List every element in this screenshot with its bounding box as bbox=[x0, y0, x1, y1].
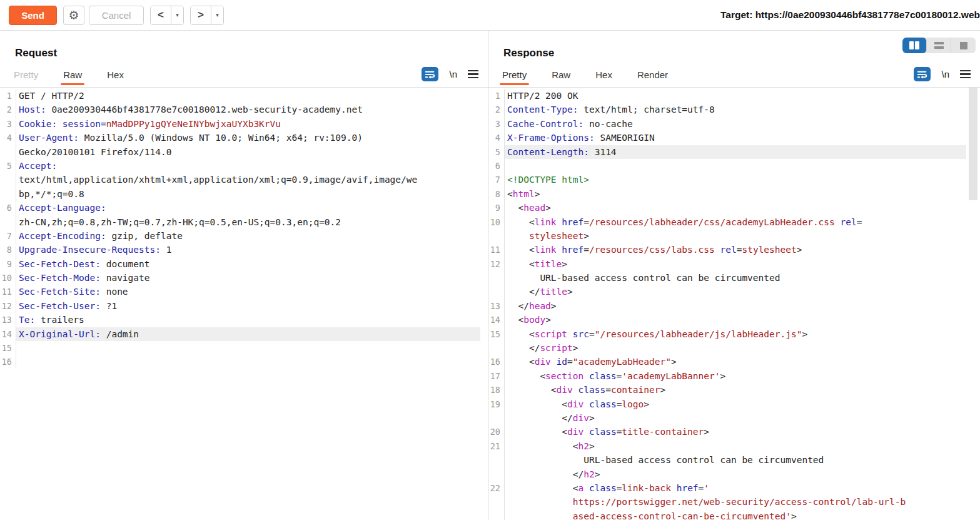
newline-toggle-icon[interactable]: \n bbox=[941, 69, 949, 79]
line-number bbox=[0, 145, 16, 159]
editor-menu-icon[interactable] bbox=[960, 69, 971, 80]
code-line[interactable]: 10 <link href=/resources/labheader/css/a… bbox=[488, 215, 966, 229]
code-line[interactable]: bp,*/*;q=0.8 bbox=[0, 187, 480, 201]
code-line[interactable]: URL-based access control can be circumve… bbox=[488, 453, 966, 467]
cancel-button[interactable]: Cancel bbox=[89, 6, 144, 25]
response-scrollbar-thumb[interactable] bbox=[969, 88, 977, 200]
code-line[interactable]: 5Content-Length: 3114 bbox=[488, 145, 966, 159]
line-content: </h2> bbox=[505, 467, 966, 481]
response-editor[interactable]: 1HTTP/2 200 OK2Content-Type: text/html; … bbox=[488, 88, 980, 520]
code-line[interactable]: 18 <div class=container> bbox=[488, 383, 966, 397]
code-line[interactable]: stylesheet> bbox=[488, 229, 966, 243]
back-button[interactable]: < bbox=[151, 6, 171, 24]
code-line[interactable]: 2Host: 0ae200930446bf4381778e7c00180012.… bbox=[0, 103, 480, 116]
response-panel-header: Response Pretty Raw Hex bbox=[488, 31, 980, 88]
line-content: <div class=title-container> bbox=[505, 425, 966, 439]
editor-menu-icon[interactable] bbox=[468, 69, 478, 80]
back-button-group: < ▾ bbox=[150, 6, 184, 25]
code-line[interactable]: 13 </head> bbox=[488, 299, 966, 313]
burp-repeater-window: Send ⚙ Cancel < ▾ > ▾ Target: https://0a… bbox=[0, 0, 980, 520]
line-content: Sec-Fetch-Dest: document bbox=[16, 257, 480, 271]
request-editor[interactable]: 1GET / HTTP/22Host: 0ae200930446bf438177… bbox=[0, 88, 488, 520]
line-number: 16 bbox=[0, 355, 16, 369]
code-line[interactable]: URL-based access control can be circumve… bbox=[488, 271, 966, 285]
code-line[interactable]: 15 bbox=[0, 341, 480, 355]
response-tab-hex[interactable]: Hex bbox=[594, 69, 614, 87]
code-line[interactable]: 19 <div class=logo> bbox=[488, 397, 966, 411]
code-line[interactable]: Gecko/20100101 Firefox/114.0 bbox=[0, 145, 480, 159]
code-line[interactable]: 3Cookie: session=nMadDPPy1gQYeNeINYbwjxa… bbox=[0, 117, 480, 131]
line-number: 5 bbox=[488, 145, 505, 159]
back-dropdown-button[interactable]: ▾ bbox=[171, 6, 183, 24]
line-number bbox=[488, 271, 505, 285]
code-line[interactable]: 4User-Agent: Mozilla/5.0 (Windows NT 10.… bbox=[0, 131, 480, 145]
code-line[interactable]: 16 <div id="academyLabHeader"> bbox=[488, 355, 966, 369]
code-line[interactable]: 21 <h2> bbox=[488, 439, 966, 453]
line-number: 19 bbox=[488, 397, 505, 411]
code-line[interactable]: 4X-Frame-Options: SAMEORIGIN bbox=[488, 131, 966, 145]
send-button[interactable]: Send bbox=[9, 6, 57, 25]
code-line[interactable]: 9 <head> bbox=[488, 201, 966, 215]
code-line[interactable]: </title> bbox=[488, 285, 966, 298]
line-number: 8 bbox=[0, 243, 16, 257]
code-line[interactable]: 13Te: trailers bbox=[0, 313, 480, 327]
columns-layout-icon bbox=[909, 41, 914, 49]
code-line[interactable]: 14X-Original-Url: /admin bbox=[0, 327, 480, 341]
code-line[interactable]: 10Sec-Fetch-Mode: navigate bbox=[0, 271, 480, 285]
code-line[interactable]: 22 <a class=link-back href=' bbox=[488, 481, 966, 495]
code-line[interactable]: 16 bbox=[0, 355, 480, 369]
code-line[interactable]: 3Cache-Control: no-cache bbox=[488, 117, 966, 131]
code-line[interactable]: 8Upgrade-Insecure-Requests: 1 bbox=[0, 243, 480, 257]
code-line[interactable]: 11 <link href=/resources/css/labs.css re… bbox=[488, 243, 966, 257]
line-content: </script> bbox=[505, 341, 966, 355]
code-line[interactable]: 2Content-Type: text/html; charset=utf-8 bbox=[488, 103, 966, 116]
code-line[interactable]: 17 <section class='academyLabBanner'> bbox=[488, 369, 966, 383]
word-wrap-toggle-button[interactable] bbox=[914, 67, 931, 81]
code-line[interactable]: 8<html> bbox=[488, 187, 966, 201]
line-content: </head> bbox=[505, 299, 966, 313]
code-line[interactable]: 12Sec-Fetch-User: ?1 bbox=[0, 299, 480, 313]
line-number: 12 bbox=[488, 257, 505, 271]
settings-button[interactable]: ⚙ bbox=[63, 6, 84, 25]
layout-columns-button[interactable] bbox=[902, 38, 927, 53]
request-tab-pretty[interactable]: Pretty bbox=[13, 69, 39, 87]
layout-single-button[interactable] bbox=[951, 38, 976, 53]
code-line[interactable]: 5Accept: bbox=[0, 159, 480, 173]
line-content: <title> bbox=[505, 257, 966, 271]
code-line[interactable]: </script> bbox=[488, 341, 966, 355]
code-line[interactable]: 7Accept-Encoding: gzip, deflate bbox=[0, 229, 480, 243]
line-number: 3 bbox=[0, 117, 16, 131]
code-line[interactable]: 1HTTP/2 200 OK bbox=[488, 89, 966, 103]
code-line[interactable]: https://portswigger.net/web-security/acc… bbox=[488, 495, 966, 509]
newline-toggle-icon[interactable]: \n bbox=[449, 69, 457, 79]
response-tab-render[interactable]: Render bbox=[636, 69, 669, 87]
code-line[interactable]: 15 <script src="/resources/labheader/js/… bbox=[488, 327, 966, 341]
line-number bbox=[0, 173, 16, 186]
code-line[interactable]: 20 <div class=title-container> bbox=[488, 425, 966, 439]
code-line[interactable]: 14 <body> bbox=[488, 313, 966, 327]
code-line[interactable]: 6Accept-Language: bbox=[0, 201, 480, 215]
code-line[interactable]: 9Sec-Fetch-Dest: document bbox=[0, 257, 480, 271]
code-line[interactable]: zh-CN,zh;q=0.8,zh-TW;q=0.7,zh-HK;q=0.5,e… bbox=[0, 215, 480, 229]
code-line[interactable]: 7<!DOCTYPE html> bbox=[488, 173, 966, 186]
layout-rows-button[interactable] bbox=[927, 38, 951, 53]
forward-button[interactable]: > bbox=[191, 6, 211, 24]
line-content: ased-access-control-can-be-circumvented'… bbox=[505, 509, 966, 520]
code-line[interactable]: </h2> bbox=[488, 467, 966, 481]
code-line[interactable]: 1GET / HTTP/2 bbox=[0, 89, 480, 103]
code-line[interactable]: 12 <title> bbox=[488, 257, 966, 271]
line-number: 12 bbox=[0, 299, 16, 313]
code-line[interactable]: ased-access-control-can-be-circumvented'… bbox=[488, 509, 966, 520]
request-tab-hex[interactable]: Hex bbox=[106, 69, 125, 87]
forward-dropdown-button[interactable]: ▾ bbox=[211, 6, 223, 24]
response-tab-pretty[interactable]: Pretty bbox=[501, 69, 528, 87]
response-tab-raw[interactable]: Raw bbox=[550, 69, 572, 87]
code-line[interactable]: </div> bbox=[488, 411, 966, 425]
line-content: <body> bbox=[505, 313, 966, 327]
code-line[interactable]: 6 bbox=[488, 159, 966, 173]
request-tab-raw[interactable]: Raw bbox=[62, 69, 83, 87]
code-line[interactable]: text/html,application/xhtml+xml,applicat… bbox=[0, 173, 480, 186]
line-content: GET / HTTP/2 bbox=[16, 89, 480, 103]
code-line[interactable]: 11Sec-Fetch-Site: none bbox=[0, 285, 480, 298]
word-wrap-toggle-button[interactable] bbox=[422, 67, 438, 81]
